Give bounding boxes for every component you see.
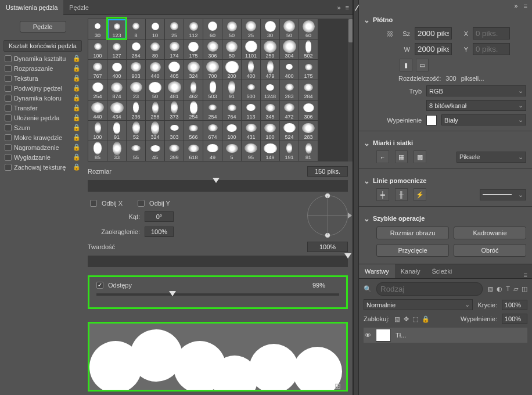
brush-preset[interactable]: 175: [184, 40, 203, 59]
guide-style-dropdown[interactable]: [480, 189, 526, 200]
brush-option-row[interactable]: Transfer🔒: [3, 103, 82, 113]
brush-preset[interactable]: 1248: [261, 80, 279, 100]
lock-icon[interactable]: 🔒: [73, 64, 81, 72]
visibility-icon[interactable]: 👁: [365, 332, 371, 339]
brush-preset[interactable]: 174: [165, 40, 184, 59]
brush-option-row[interactable]: Dynamika koloru🔒: [3, 93, 82, 103]
brush-preset[interactable]: 55: [127, 141, 145, 161]
brush-preset[interactable]: 45: [146, 141, 164, 161]
layer-filter-input[interactable]: [376, 282, 483, 296]
brush-preset[interactable]: 502: [299, 40, 318, 59]
brush-preset[interactable]: 95: [242, 141, 260, 161]
fill-opacity-value[interactable]: 100%: [502, 314, 527, 324]
brush-preset[interactable]: 175: [299, 60, 318, 80]
new-preset-icon[interactable]: ⊞: [335, 382, 341, 390]
roundness-value[interactable]: 100%: [145, 227, 174, 237]
width-input[interactable]: [415, 27, 452, 40]
brush-preset[interactable]: 700: [203, 60, 222, 80]
filter-type-icon[interactable]: T: [506, 285, 510, 293]
brush-option-row[interactable]: Nagromadzenie🔒: [3, 142, 82, 152]
guide-icon[interactable]: ╪: [376, 188, 389, 201]
layer-row[interactable]: 👁 Tł...: [364, 328, 527, 343]
ruler-units-dropdown[interactable]: Piksele: [456, 152, 526, 163]
tab-brush-settings[interactable]: Ustawienia pędzla: [0, 0, 63, 15]
filter-pixel-icon[interactable]: ▧: [487, 285, 493, 293]
brush-preset[interactable]: 80: [146, 40, 164, 59]
brush-preset[interactable]: 431: [242, 121, 260, 141]
brush-preset[interactable]: 767: [88, 60, 107, 80]
brush-preset[interactable]: 60: [203, 19, 222, 39]
brush-preset[interactable]: 50: [222, 40, 241, 59]
brush-preset[interactable]: 100: [222, 121, 241, 141]
option-checkbox[interactable]: [5, 75, 12, 82]
section-canvas[interactable]: Płótno: [359, 12, 532, 26]
fill-dropdown[interactable]: Biały: [441, 114, 526, 125]
brush-preset[interactable]: 259: [261, 40, 279, 59]
link-icon[interactable]: ⛓: [386, 30, 394, 37]
brush-option-row[interactable]: Mokre krawędzie🔒: [3, 132, 82, 142]
brush-preset[interactable]: 30: [88, 19, 107, 39]
preset-scrollbar[interactable]: [348, 19, 353, 161]
rotate-button[interactable]: Obróć: [454, 244, 526, 257]
brush-preset[interactable]: 50: [280, 19, 299, 39]
brush-preset[interactable]: 113: [242, 100, 260, 120]
option-checkbox[interactable]: [5, 124, 12, 131]
tab-brushes[interactable]: Pędzle: [63, 0, 95, 15]
brush-preset[interactable]: 674: [203, 121, 222, 141]
brush-preset[interactable]: 5: [222, 141, 241, 161]
tab-paths[interactable]: Ścieżki: [426, 264, 458, 278]
brush-preset[interactable]: 49: [203, 141, 222, 161]
lock-all-icon[interactable]: 🔒: [422, 315, 430, 323]
brush-option-row[interactable]: Podwójny pędzel🔒: [3, 83, 82, 93]
lock-icon[interactable]: 🔒: [73, 84, 81, 92]
option-checkbox[interactable]: [5, 134, 12, 141]
fill-color-chip[interactable]: [426, 115, 437, 125]
grid-icon[interactable]: ▦: [395, 150, 408, 163]
brush-preset[interactable]: 400: [280, 60, 299, 80]
lock-icon[interactable]: 🔒: [73, 94, 81, 102]
brush-preset[interactable]: 200: [222, 60, 241, 80]
brush-preset[interactable]: 434: [107, 100, 126, 120]
brush-preset[interactable]: 303: [165, 121, 184, 141]
hardness-slider[interactable]: [88, 256, 348, 267]
option-checkbox[interactable]: [5, 105, 12, 112]
brush-preset[interactable]: 10: [146, 19, 164, 39]
section-rulers[interactable]: Miarki i siatki: [359, 135, 532, 149]
lock-icon[interactable]: 🔒: [73, 124, 81, 131]
collapse-icon[interactable]: »: [514, 2, 517, 9]
brush-preset[interactable]: 123: [107, 19, 126, 39]
brush-preset[interactable]: 400: [107, 60, 126, 80]
brush-preset[interactable]: 25: [242, 19, 260, 39]
panel-menu-icon[interactable]: ≡: [346, 4, 349, 11]
spacing-checkbox[interactable]: [96, 282, 103, 289]
brush-preset[interactable]: 284: [299, 80, 318, 100]
brush-preset[interactable]: 399: [165, 141, 184, 161]
brush-preset[interactable]: 304: [280, 40, 299, 59]
brush-preset[interactable]: 236: [127, 100, 145, 120]
brush-option-row[interactable]: Szum🔒: [3, 123, 82, 132]
brush-preset[interactable]: 618: [184, 141, 203, 161]
panel-menu-icon[interactable]: ≡: [519, 271, 532, 278]
brush-preset[interactable]: 481: [165, 80, 184, 100]
brush-preset[interactable]: 81: [299, 141, 318, 161]
brush-preset[interactable]: 306: [203, 40, 222, 59]
crop-button[interactable]: Kadrowanie: [454, 227, 526, 239]
brush-preset[interactable]: 254: [184, 100, 203, 120]
lock-icon[interactable]: 🔒: [73, 74, 81, 82]
trim-button[interactable]: Przycięcie: [376, 244, 449, 257]
brush-preset[interactable]: 903: [127, 60, 145, 80]
option-checkbox[interactable]: [5, 55, 12, 62]
ruler-icon[interactable]: ⌐: [376, 150, 389, 163]
brush-preset[interactable]: 345: [261, 100, 279, 120]
collapse-icon[interactable]: »: [337, 4, 340, 11]
brush-preset[interactable]: 324: [146, 121, 164, 141]
filter-smart-icon[interactable]: ◫: [522, 285, 527, 293]
brush-preset[interactable]: 50: [222, 19, 241, 39]
brush-preset[interactable]: 8: [127, 19, 145, 39]
brush-preset-grid[interactable]: 3012381025112605025305060100127284801741…: [88, 19, 348, 161]
brush-preset[interactable]: 60: [299, 19, 318, 39]
brush-option-row[interactable]: Tekstura🔒: [3, 73, 82, 83]
panel-menu-icon[interactable]: ≡: [524, 2, 527, 9]
lock-position-icon[interactable]: ✥: [404, 315, 409, 323]
brush-preset[interactable]: 149: [261, 141, 279, 161]
